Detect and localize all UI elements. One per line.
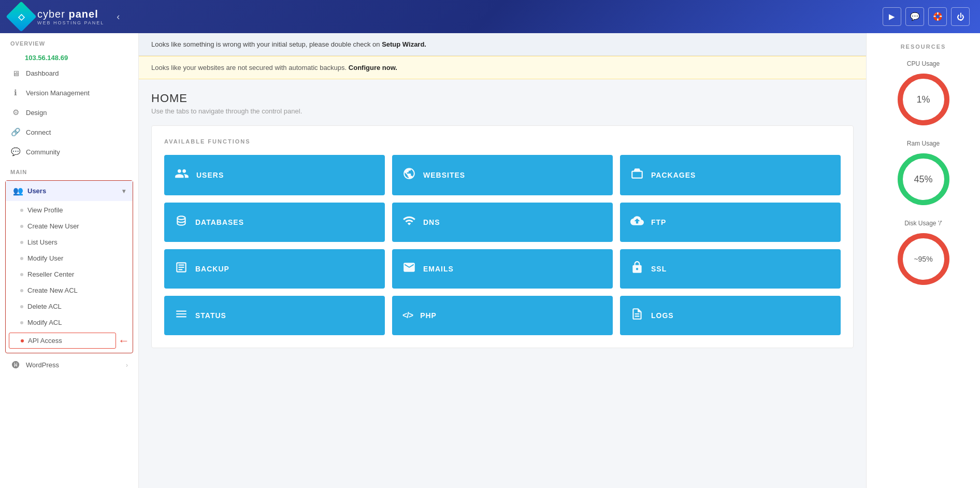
status-func-icon xyxy=(175,307,188,324)
submenu-modify-acl[interactable]: Modify ACL xyxy=(6,314,133,331)
submenu-create-new-acl[interactable]: Create New ACL xyxy=(6,282,133,298)
configure-link[interactable]: Configure now. xyxy=(349,64,397,71)
ip-address: 103.56.148.69 xyxy=(0,50,138,64)
sidebar-item-version[interactable]: ℹ Version Management xyxy=(0,83,138,103)
websites-func-icon xyxy=(402,167,416,183)
delete-acl-label: Delete ACL xyxy=(27,303,62,310)
topbar-left: ◇ cyber panel WEB HOSTING PANEL ‹ xyxy=(10,6,124,27)
submenu-modify-user[interactable]: Modify User xyxy=(6,250,133,266)
submenu-create-new-user[interactable]: Create New User xyxy=(6,218,133,234)
sidebar-item-community[interactable]: 💬 Community xyxy=(0,142,138,162)
version-label: Version Management xyxy=(26,89,90,97)
youtube-button[interactable]: ▶ xyxy=(883,7,901,26)
page-subtitle: Use the tabs to navigate through the con… xyxy=(151,107,854,115)
backup-alert: Looks like your websites are not secured… xyxy=(139,56,866,79)
logo-diamond-inner: ◇ xyxy=(18,12,24,22)
dot-icon xyxy=(20,273,23,276)
backup-alert-text: Looks like your websites are not secured… xyxy=(151,64,349,71)
chat-button[interactable]: 💬 xyxy=(905,7,924,26)
dot-icon xyxy=(20,209,23,212)
dot-icon xyxy=(20,257,23,260)
page-title: HOME xyxy=(151,92,854,105)
wordpress-icon: 🅦 xyxy=(10,361,21,369)
php-func-label: PHP xyxy=(420,311,437,320)
setup-wizard-link[interactable]: Setup Wizard. xyxy=(382,40,426,48)
version-icon: ℹ xyxy=(10,88,21,97)
ssl-func-label: SSL xyxy=(651,265,667,273)
submenu-delete-acl[interactable]: Delete ACL xyxy=(6,298,133,314)
users-submenu: View Profile Create New User List Users … xyxy=(6,201,133,353)
cpu-usage-item: CPU Usage 1% xyxy=(875,60,972,125)
submenu-api-access[interactable]: API Access xyxy=(9,333,116,349)
disk-usage-item: Disk Usage '/' ~95% xyxy=(875,220,972,285)
submenu-view-profile[interactable]: View Profile xyxy=(6,202,133,218)
packages-function-button[interactable]: PACKAGES xyxy=(620,155,841,195)
emails-function-button[interactable]: EMAILS xyxy=(392,249,613,289)
sidebar-item-wordpress[interactable]: 🅦 WordPress › xyxy=(0,355,138,375)
wordpress-label: WordPress xyxy=(26,361,59,369)
dns-function-button[interactable]: DNS xyxy=(392,203,613,242)
community-icon: 💬 xyxy=(10,147,21,156)
sidebar-item-dashboard[interactable]: 🖥 Dashboard xyxy=(0,64,138,83)
sidebar-item-design[interactable]: ⚙ Design xyxy=(0,103,138,122)
logo-diamond: ◇ xyxy=(6,1,36,32)
modify-user-label: Modify User xyxy=(27,254,63,262)
create-new-acl-label: Create New ACL xyxy=(27,286,78,294)
reseller-center-label: Reseller Center xyxy=(27,270,74,278)
arrow-indicator-icon: ← xyxy=(118,334,129,348)
submenu-list-users[interactable]: List Users xyxy=(6,234,133,250)
dns-func-label: DNS xyxy=(423,218,440,226)
sidebar-collapse-button[interactable]: ‹ xyxy=(112,9,124,24)
api-access-label: API Access xyxy=(28,337,62,345)
cpu-donut: 1% xyxy=(898,74,949,125)
topbar: ◇ cyber panel WEB HOSTING PANEL ‹ ▶ 💬 🛟 … xyxy=(0,0,980,33)
setup-alert: Looks like something is wrong with your … xyxy=(139,33,866,56)
status-function-button[interactable]: STATUS xyxy=(164,296,385,335)
sidebar-item-connect[interactable]: 🔗 Connect xyxy=(0,122,138,142)
websites-function-button[interactable]: WEBSITES xyxy=(392,155,613,195)
logs-func-icon xyxy=(630,307,644,324)
connect-label: Connect xyxy=(26,128,51,136)
logs-function-button[interactable]: LOGS xyxy=(620,296,841,335)
cpu-label: CPU Usage xyxy=(875,60,972,67)
main-layout: OVERVIEW 103.56.148.69 🖥 Dashboard ℹ Ver… xyxy=(0,33,980,488)
users-function-button[interactable]: USERS xyxy=(164,155,385,195)
sidebar: OVERVIEW 103.56.148.69 🖥 Dashboard ℹ Ver… xyxy=(0,33,139,488)
dot-icon xyxy=(20,241,23,244)
youtube-icon: ▶ xyxy=(889,12,895,21)
brand-name: cyber panel xyxy=(37,8,104,20)
wordpress-chevron-icon: › xyxy=(126,362,128,369)
ssl-function-button[interactable]: SSL xyxy=(620,249,841,289)
packages-func-icon xyxy=(630,167,644,183)
users-func-icon xyxy=(175,166,189,184)
dot-icon xyxy=(20,321,23,324)
ftp-function-button[interactable]: FTP xyxy=(620,203,841,242)
emails-func-icon xyxy=(402,261,416,277)
logs-func-label: LOGS xyxy=(651,311,674,320)
resources-title: RESOURCES xyxy=(875,44,972,50)
ssl-func-icon xyxy=(630,261,644,277)
dot-icon xyxy=(20,305,23,308)
databases-function-button[interactable]: DATABASES xyxy=(164,203,385,242)
users-header[interactable]: 👥 Users ▾ xyxy=(6,181,133,201)
power-button[interactable]: ⏻ xyxy=(951,7,970,26)
cpu-value: 1% xyxy=(916,94,930,105)
chevron-down-icon: ▾ xyxy=(122,188,125,195)
view-profile-label: View Profile xyxy=(27,206,63,214)
functions-card: AVAILABLE FUNCTIONS USERS xyxy=(151,125,854,348)
main-content: Looks like something is wrong with your … xyxy=(139,33,866,488)
list-users-label: List Users xyxy=(27,238,57,246)
ram-value: 45% xyxy=(914,174,932,185)
emails-func-label: EMAILS xyxy=(423,265,454,273)
main-section-label: MAIN xyxy=(0,162,138,178)
disk-value: ~95% xyxy=(914,255,932,263)
php-function-button[interactable]: </> PHP xyxy=(392,296,613,335)
ram-usage-item: Ram Usage 45% xyxy=(875,140,972,205)
dot-icon xyxy=(20,289,23,292)
submenu-reseller-center[interactable]: Reseller Center xyxy=(6,266,133,282)
backup-function-button[interactable]: BACKUP xyxy=(164,249,385,289)
support-button[interactable]: 🛟 xyxy=(928,7,947,26)
ftp-func-label: FTP xyxy=(651,218,666,226)
setup-alert-text: Looks like something is wrong with your … xyxy=(151,40,382,48)
backup-func-icon xyxy=(175,261,188,277)
